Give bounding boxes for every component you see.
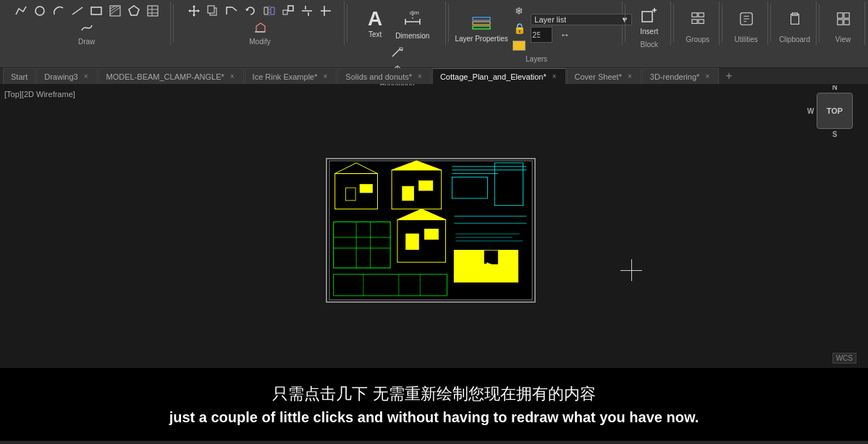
- svg-rect-70: [403, 186, 414, 201]
- tab-solids-donuts[interactable]: Solids and donuts* ×: [337, 68, 431, 84]
- ribbon-group-groups: Groups: [676, 1, 720, 45]
- ribbon-group-clipboard: Clipboard: [773, 1, 817, 45]
- tab-drawing3-close[interactable]: ×: [83, 72, 90, 81]
- copy-button[interactable]: [204, 3, 222, 19]
- tab-model-beam-close[interactable]: ×: [229, 72, 236, 81]
- viewport[interactable]: [Top][2D Wireframe]: [0, 85, 868, 368]
- separator-8: [819, 4, 819, 42]
- tab-ice-rink-label: Ice Rink Example*: [253, 72, 318, 81]
- stretch-button[interactable]: [223, 3, 240, 19]
- nav-cube[interactable]: N TOP S W: [812, 93, 858, 139]
- dimension-button[interactable]: dim Dimension: [391, 3, 434, 43]
- draw-label: Draw: [78, 36, 95, 46]
- scale-button[interactable]: [279, 3, 297, 19]
- command-bar: ▼ ≡ ▶: [0, 440, 868, 444]
- svg-rect-71: [418, 180, 433, 190]
- svg-marker-22: [271, 7, 274, 14]
- tab-cover-sheet-close[interactable]: ×: [626, 72, 633, 81]
- rotate-button[interactable]: [242, 3, 259, 19]
- tab-add-button[interactable]: +: [720, 68, 738, 84]
- utilities-button[interactable]: [738, 11, 755, 27]
- svg-rect-61: [843, 19, 848, 24]
- line-button[interactable]: [69, 3, 86, 19]
- layer-lock-button[interactable]: 🔒: [510, 20, 528, 36]
- erase-button[interactable]: [251, 20, 269, 36]
- svg-line-36: [392, 49, 400, 56]
- view-icons: [835, 3, 852, 34]
- modify-label: Modify: [249, 36, 270, 46]
- tab-model-beam[interactable]: MODEL-BEAM_CLAMP-ANGLE* ×: [98, 68, 244, 84]
- arc-button[interactable]: [50, 3, 67, 19]
- dimension-icon: dim: [403, 7, 423, 30]
- wcs-label: WCS: [833, 353, 856, 364]
- svg-rect-24: [288, 6, 293, 11]
- mirror-button[interactable]: [261, 3, 278, 19]
- nav-top-label: TOP: [827, 106, 843, 115]
- svg-line-18: [232, 7, 237, 11]
- text-button[interactable]: A Text: [361, 3, 389, 43]
- tab-3d-rendering-close[interactable]: ×: [704, 72, 711, 81]
- svg-point-0: [35, 7, 44, 15]
- nav-cube-inner[interactable]: N TOP S W: [817, 93, 853, 129]
- tabs-bar: Start Drawing3 × MODEL-BEAM_CLAMP-ANGLE*…: [0, 68, 868, 85]
- tab-3d-rendering[interactable]: 3D-rendering* ×: [642, 68, 719, 84]
- tab-cover-sheet[interactable]: Cover Sheet* ×: [567, 68, 641, 84]
- group-button[interactable]: [689, 11, 707, 27]
- move-button[interactable]: [185, 3, 203, 19]
- tab-solids-donuts-label: Solids and donuts*: [345, 72, 412, 81]
- tab-start[interactable]: Start: [3, 68, 35, 84]
- insert-label: Insert: [640, 28, 658, 35]
- nav-north-label: N: [832, 85, 837, 91]
- svg-rect-84: [406, 234, 419, 250]
- circle-button[interactable]: [31, 3, 49, 19]
- trim-button[interactable]: [298, 3, 316, 19]
- polyline-button[interactable]: [12, 3, 30, 19]
- clipboard-button[interactable]: [786, 11, 804, 27]
- svg-rect-89: [484, 250, 499, 264]
- svg-rect-43: [473, 22, 490, 25]
- svg-rect-59: [843, 12, 848, 17]
- extend-button[interactable]: [317, 3, 334, 19]
- subtitle-english: just a couple of little clicks and witho…: [169, 409, 699, 426]
- text-label: Text: [368, 30, 382, 38]
- dimension-label: Dimension: [395, 32, 429, 40]
- leader-button[interactable]: [389, 45, 406, 61]
- svg-marker-14: [188, 9, 190, 12]
- ribbon-group-modify: Modify: [176, 1, 344, 45]
- layer-properties-button[interactable]: Layer Properties: [455, 10, 507, 46]
- svg-rect-2: [91, 7, 101, 14]
- svg-marker-13: [193, 14, 195, 17]
- layers-dropdown[interactable]: Layer list ▼: [531, 14, 632, 25]
- tab-solids-donuts-close[interactable]: ×: [416, 72, 424, 81]
- svg-marker-7: [129, 6, 139, 15]
- separator-6: [722, 4, 722, 42]
- ribbon-main: Draw: [0, 0, 868, 46]
- layer-properties-label: Layer Properties: [455, 35, 507, 43]
- tab-ice-rink[interactable]: Ice Rink Example* ×: [245, 68, 337, 84]
- svg-rect-50: [692, 19, 697, 22]
- tab-drawing3[interactable]: Drawing3 ×: [36, 68, 97, 84]
- layer-freeze-button[interactable]: ❄: [510, 3, 528, 19]
- hatch-button[interactable]: [106, 3, 124, 19]
- region-button[interactable]: [125, 3, 143, 19]
- block-label: Block: [641, 39, 658, 49]
- clipboard-label: Clipboard: [779, 34, 810, 43]
- spline-button[interactable]: [78, 20, 96, 36]
- layer-color-button[interactable]: [510, 38, 528, 54]
- tab-cottage-label: Cottage_Plan_and_Elevation*: [440, 72, 547, 81]
- ribbon-group-layers: Layer Properties ❄ 🔒 Layer list ▼: [451, 1, 623, 45]
- tab-cottage-close[interactable]: ×: [551, 72, 558, 81]
- view-button[interactable]: [835, 11, 852, 27]
- rectangle-button[interactable]: [88, 3, 105, 19]
- tab-cottage[interactable]: Cottage_Plan_and_Elevation* ×: [432, 68, 566, 84]
- tab-drawing3-label: Drawing3: [44, 72, 77, 81]
- svg-line-1: [72, 7, 83, 14]
- table-button[interactable]: [144, 3, 161, 19]
- tab-ice-rink-close[interactable]: ×: [321, 72, 329, 81]
- separator-5: [673, 4, 674, 42]
- layer-number-input[interactable]: [531, 27, 552, 43]
- drawing-container: [326, 158, 536, 303]
- insert-button[interactable]: Insert: [635, 3, 664, 39]
- subtitle-chinese: 只需点击几下 无需重新绘制您现在拥有的内容: [272, 383, 595, 405]
- layer-match-button[interactable]: ↔: [554, 27, 576, 43]
